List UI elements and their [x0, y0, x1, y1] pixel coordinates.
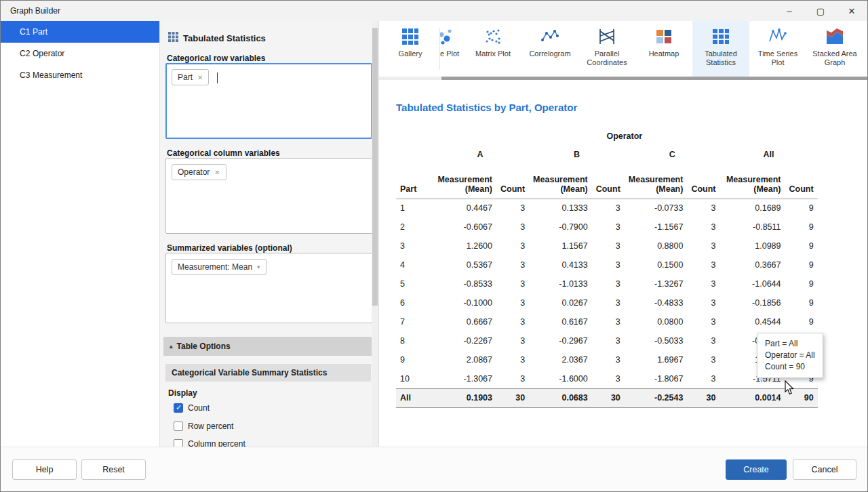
correlogram-icon [541, 28, 559, 47]
variable-chip-operator[interactable]: Operator ✕ [172, 164, 226, 180]
summarized-chip-measurement-mean[interactable]: Measurement: Mean ▾ [172, 259, 267, 275]
cell: 0.4544 [720, 312, 785, 331]
cell: 0.1333 [529, 199, 592, 218]
cell: -1.3067 [431, 369, 496, 388]
group-header-a: A [431, 144, 529, 165]
checkbox-row-row-percent[interactable]: Row percent [174, 420, 233, 432]
table-total-row: All 0.1903 30 0.0683 30 -0.2543 30 0.001… [396, 388, 818, 407]
gallery-item-label: Time Series Plot [751, 49, 805, 67]
row-variables-box[interactable]: Part ✕ [165, 63, 372, 139]
cell: 1.2600 [431, 237, 496, 255]
cell: 10 [396, 369, 431, 388]
report-title: Tabulated Statistics by Part, Operator [396, 102, 867, 113]
cell: 8 [396, 331, 431, 350]
column-percent-checkbox[interactable] [174, 439, 183, 447]
cell: 9 [785, 199, 818, 218]
cell: 9 [785, 255, 818, 274]
gallery-item-label: Gallery [383, 49, 437, 58]
heatmap-icon [655, 28, 673, 47]
tabulated-statistics-icon [712, 28, 730, 47]
cell: 3 [496, 255, 529, 274]
cell: -0.5033 [625, 331, 688, 350]
cell: 0.5367 [431, 255, 496, 274]
row-percent-checkbox[interactable] [174, 422, 183, 431]
mouse-cursor [785, 380, 796, 398]
cell: 3 [687, 293, 719, 312]
cell: -1.6000 [529, 369, 592, 388]
row-variables-label: Categorical row variables [167, 54, 265, 63]
gallery-item-matrix-plot[interactable]: Matrix Plot [465, 21, 521, 77]
cell: 0.0014 [720, 388, 785, 407]
gallery-item-time-series-plot[interactable]: Time Series Plot [749, 21, 806, 77]
close-button[interactable]: ✕ [836, 1, 867, 21]
column-variables-box[interactable]: Operator ✕ [165, 158, 372, 234]
gallery-scrollbar[interactable] [379, 77, 867, 80]
cell: -0.6067 [431, 218, 496, 237]
cell: 3 [592, 255, 625, 274]
checkbox-row-column-percent[interactable]: Column percent [174, 438, 245, 447]
summarized-variables-box[interactable]: Measurement: Mean ▾ [165, 253, 372, 323]
summary-statistics-label: Categorical Variable Summary Statistics [172, 368, 327, 377]
table-row: 3 1.2600 3 1.1567 3 0.8800 3 1.0989 9 [396, 237, 818, 255]
cell: 1.1567 [529, 237, 592, 255]
cell: -1.1567 [625, 218, 688, 237]
cell: 3 [687, 312, 719, 331]
cell: 0.1500 [625, 255, 688, 274]
gallery-item-gallery[interactable]: Gallery [382, 21, 439, 77]
gallery-item-heatmap[interactable]: Heatmap [635, 21, 692, 77]
cell: 30 [496, 388, 529, 407]
remove-chip-icon[interactable]: ✕ [214, 169, 220, 176]
mean-header: Measurement(Mean) [720, 165, 785, 199]
gallery-item-label: Correlogram [523, 49, 577, 58]
gallery-item-label: Stacked Area Graph [808, 49, 862, 67]
part-header: Part [396, 165, 431, 199]
cell: 7 [396, 312, 431, 331]
sidebar-item-part[interactable]: C1 Part [1, 21, 159, 43]
table-options-header[interactable]: ▴ Table Options [163, 337, 372, 356]
count-checkbox[interactable] [174, 403, 183, 413]
cell: 30 [687, 388, 719, 407]
cell: 9 [785, 237, 818, 255]
display-label: Display [168, 388, 197, 398]
cell: 3 [496, 350, 529, 369]
variable-chip-part[interactable]: Part ✕ [172, 69, 209, 85]
cell: -0.4833 [625, 293, 688, 312]
cell: 1 [396, 199, 431, 218]
panel-scrollbar-thumb[interactable] [372, 28, 378, 306]
gallery-item-tabulated-statistics[interactable]: Tabulated Statistics [692, 21, 749, 77]
summary-statistics-header: Categorical Variable Summary Statistics [165, 364, 371, 382]
remove-chip-icon[interactable]: ✕ [197, 74, 203, 81]
cell: -1.8067 [625, 369, 688, 388]
chevron-down-icon[interactable]: ▾ [257, 264, 260, 270]
cell: -0.1000 [431, 293, 496, 312]
gallery-item-stacked-area-graph[interactable]: Stacked Area Graph [806, 21, 863, 77]
table-options-label: Table Options [177, 342, 231, 351]
operator-span-header: Operator [431, 128, 818, 144]
create-button[interactable]: Create [726, 459, 787, 480]
help-button[interactable]: Help [12, 459, 77, 480]
gallery-item-correlogram[interactable]: Correlogram [521, 21, 578, 77]
gallery-item-parallel-coordinates[interactable]: Parallel Coordinates [578, 21, 635, 77]
checkbox-row-count[interactable]: Count [174, 402, 210, 414]
cancel-button[interactable]: Cancel [793, 459, 856, 480]
cell: 3 [687, 199, 719, 218]
cell: 9 [785, 274, 818, 293]
cell: 0.6667 [431, 312, 496, 331]
count-header: Count [785, 165, 818, 199]
reset-button[interactable]: Reset [81, 459, 146, 480]
cell: 3 [592, 293, 625, 312]
panel-header: Tabulated Statistics [168, 32, 266, 44]
count-header: Count [592, 165, 625, 199]
cell: 3 [687, 274, 719, 293]
sidebar-item-operator[interactable]: C2 Operator [1, 43, 159, 64]
gallery-item-partial-plot[interactable]: e Plot [440, 21, 465, 77]
summarized-variables-label: Summarized variables (optional) [167, 243, 292, 253]
panel-scrollbar[interactable] [372, 21, 378, 447]
tabulated-statistics-table[interactable]: Operator A B C All Part Measurement(Mean… [396, 128, 818, 408]
group-header-b: B [529, 144, 625, 165]
maximize-button[interactable]: ▢ [805, 1, 836, 21]
minimize-button[interactable]: – [774, 1, 805, 21]
gallery-scrollbar-thumb[interactable] [441, 77, 867, 80]
cell: 2.0867 [431, 350, 496, 369]
sidebar-item-measurement[interactable]: C3 Measurement [1, 64, 159, 86]
